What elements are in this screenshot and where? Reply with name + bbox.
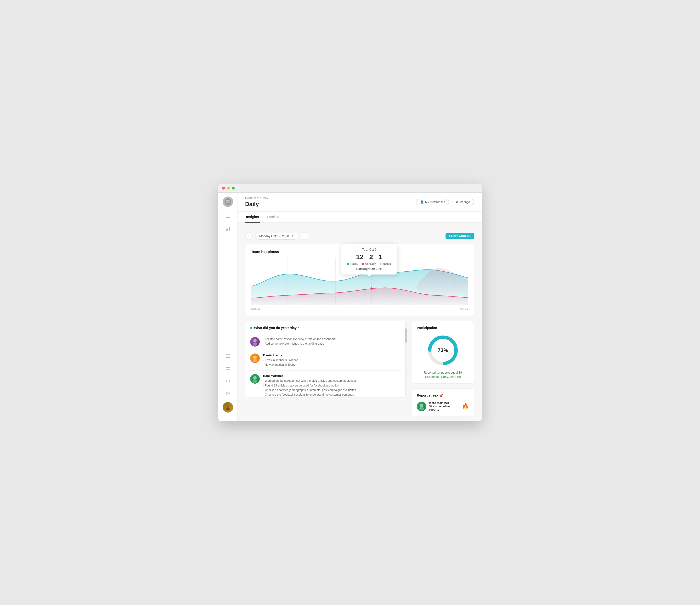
chart-labels: Sept 15 Oct 15 [251,307,468,310]
feed-content-3: Kate Martinez - Worked on the spreadshee… [263,374,356,397]
svg-point-3 [228,201,229,202]
tooltip-unhappy-num: 2 [369,253,373,261]
minimize-dot[interactable] [227,187,230,190]
chart-end-label: Oct 15 [460,307,468,310]
streak-count: 57 consecutive reports [429,405,459,411]
svg-rect-7 [226,216,230,216]
svg-point-30 [253,359,257,362]
chart-tooltip: Tue, Oct 6 12 2 1 Happy [341,244,397,275]
bottom-grid: What did you do yesterday? [245,321,474,417]
feed-item-3: Kate Martinez - Worked on the spreadshee… [250,371,402,398]
manage-button[interactable]: ⚙ Manage [451,199,474,205]
neutral-dot [380,263,382,265]
participation-reported: Reported: 14 people out of 19 [417,371,469,374]
chart-card: Team happiness Tue, Oct 6 12 2 1 Hap [245,244,474,316]
participation-change: +5% since Friday, Oct 16th [417,375,469,379]
feed-item-2: Daniel Harris - Fixes in Topbar & Sideba… [250,350,402,371]
fire-icon: 🔥 [462,403,469,410]
donut-chart: 73% [426,334,460,367]
feed-title-dot [250,327,252,329]
date-selector[interactable]: Monday Oct 19, 2020 ▼ [255,233,298,240]
svg-rect-4 [227,202,229,202]
early-access-button[interactable]: EARLY ACCESS [446,233,474,239]
top-header: Dashboard / Daily Daily 👤 My preferences… [238,193,482,211]
sidebar [218,193,238,421]
svg-point-20 [227,405,229,408]
svg-point-18 [227,393,229,394]
svg-point-21 [226,408,230,410]
chart-start-label: Sept 15 [251,307,260,310]
feed-content-1: - Located some responsive view errors on… [263,337,335,347]
tooltip-neutral-num: 1 [379,253,382,261]
scrollbar-thumb[interactable] [405,328,407,343]
svg-point-27 [253,339,257,343]
sidebar-menu-icon[interactable] [223,213,233,222]
user-icon: 👤 [420,200,424,204]
titlebar [218,184,482,193]
tabs-bar: Insights Timeline [238,211,482,223]
svg-point-29 [253,356,257,359]
svg-point-19 [226,392,230,395]
feed-card: What did you do yesterday? [245,321,407,398]
date-nav-row: ← Monday Oct 19, 2020 ▼ → EARLY ACCESS [245,232,474,240]
streak-title: Report streak 🚀 [417,394,469,397]
svg-rect-14 [226,356,230,356]
sidebar-code-icon[interactable] [223,376,233,386]
tooltip-arrow [367,275,372,277]
svg-rect-12 [229,227,230,231]
svg-point-35 [419,407,424,410]
svg-point-32 [253,380,257,383]
unhappy-dot [362,263,364,265]
scrollbar-track[interactable] [405,321,407,397]
tab-insights[interactable]: Insights [245,211,260,223]
user-avatar[interactable] [223,197,233,207]
svg-rect-15 [226,357,230,358]
tooltip-happy-num: 12 [356,253,364,261]
sidebar-settings-icon[interactable] [223,389,233,398]
next-date-button[interactable]: → [301,232,308,240]
sidebar-chart-icon[interactable] [223,224,233,234]
svg-point-34 [420,404,423,407]
sidebar-list-icon[interactable] [223,351,233,361]
svg-rect-16 [226,367,230,368]
participation-card-title: Participation [417,326,469,330]
svg-point-2 [226,201,227,202]
bottom-user-avatar[interactable] [223,402,233,412]
main-content: Dashboard / Daily Daily 👤 My preferences… [238,193,482,421]
sidebar-equals-icon[interactable] [223,364,233,373]
feed-content-2: Daniel Harris - Fixes in Topbar & Sideba… [263,353,298,367]
svg-point-6 [227,199,228,200]
unhappy-legend-item: Unhappy [362,262,376,265]
tooltip-numbers: 12 2 1 [347,253,392,261]
happy-legend-item: Happy [347,262,358,265]
happy-dot [347,263,349,265]
feed-title: What did you do yesterday? [250,326,402,330]
streak-item: Kate Martinez 57 consecutive reports 🔥 [417,401,469,411]
chevron-down-icon: ▼ [291,234,294,238]
my-preferences-button[interactable]: 👤 My preferences [416,199,449,205]
feed-avatar-2 [250,353,260,363]
streak-avatar [417,402,426,411]
feed-item: - Located some responsive view errors on… [250,334,402,350]
svg-rect-17 [226,369,230,370]
tooltip-legend: Happy Unhappy Neutral [347,262,392,265]
svg-rect-9 [226,219,230,219]
svg-rect-10 [226,229,227,231]
donut-percent: 73% [438,347,448,353]
gear-icon: ⚙ [456,200,458,204]
streak-info: Kate Martinez 57 consecutive reports [429,401,459,411]
svg-rect-8 [226,217,230,218]
tooltip-participation: Participation 79% [347,267,392,271]
maximize-dot[interactable] [232,187,234,190]
neutral-legend-item: Neutral [380,262,392,265]
feed-avatar-1 [250,337,260,347]
svg-rect-11 [227,228,228,231]
date-label: Monday Oct 19, 2020 [259,234,289,238]
close-dot[interactable] [222,187,225,190]
tooltip-date: Tue, Oct 6 [347,248,392,251]
participation-card: Participation 73% [412,321,474,384]
prev-date-button[interactable]: ← [245,232,253,240]
svg-rect-13 [226,354,230,355]
tab-timeline[interactable]: Timeline [266,211,280,223]
feed-avatar-3 [250,374,260,384]
